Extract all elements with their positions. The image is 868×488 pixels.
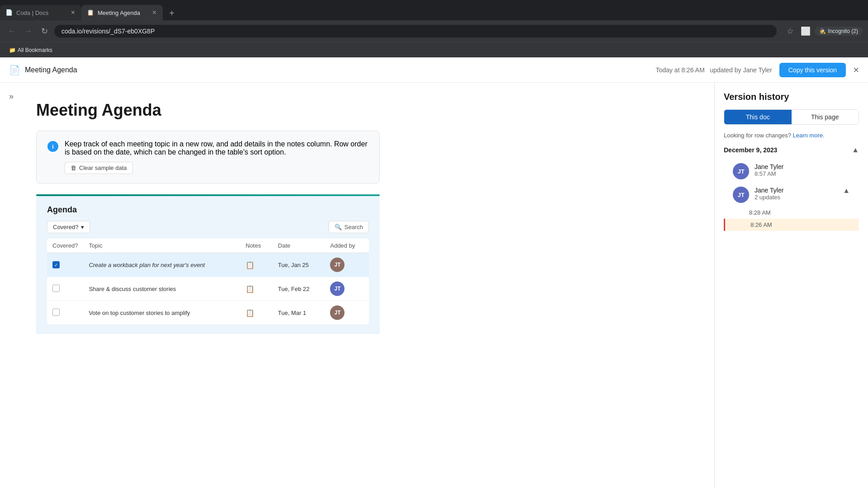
tab1-title: Coda | Docs [16, 9, 66, 16]
copy-version-button[interactable]: Copy this version [779, 63, 846, 77]
notes-cell: 📋 [240, 253, 273, 277]
version-avatar-1: JT [733, 163, 749, 179]
filter-button[interactable]: Covered? ▾ [47, 221, 90, 233]
info-text: Keep track of each meeting topic in a ne… [65, 140, 368, 156]
search-button[interactable]: 🔍 Search [329, 221, 369, 233]
version-avatar-2: JT [733, 187, 749, 203]
tab1-favicon: 📄 [5, 9, 13, 16]
version-title: Version history [724, 92, 859, 102]
sidebar-toggle-icon[interactable]: » [7, 90, 15, 103]
info-box: i Keep track of each meeting topic in a … [36, 131, 380, 183]
main-area: » Meeting Agenda i Keep track of each me… [0, 83, 868, 488]
doc-panel: » Meeting Agenda i Keep track of each me… [0, 83, 714, 488]
version-author-1: Jane Tyler [755, 163, 850, 170]
version-entry-2[interactable]: JT Jane Tyler 2 updates ▲ [724, 183, 859, 206]
col-date: Date [273, 239, 325, 253]
avatar: JT [330, 282, 344, 296]
avatar: JT [330, 305, 344, 320]
split-screen-icon[interactable]: ⬜ [799, 25, 812, 38]
folder-icon: 📁 [9, 47, 16, 53]
table-row[interactable]: ✓ Create a workback plan for next year's… [47, 253, 369, 277]
version-header: Version history This doc This page [715, 83, 868, 132]
new-tab-button[interactable]: + [165, 6, 179, 20]
tab-this-page[interactable]: This page [792, 110, 859, 124]
tab2-favicon: 📋 [87, 9, 94, 16]
version-date-header: December 9, 2023 ▲ [724, 146, 859, 154]
topic-text: Create a workback plan for next year's e… [89, 262, 205, 268]
notes-icon: 📋 [245, 285, 255, 293]
version-tabs: This doc This page [724, 109, 859, 125]
avatar-cell: JT [325, 277, 369, 301]
notes-icon: 📋 [245, 261, 255, 269]
doc-content: Meeting Agenda i Keep track of each meet… [0, 83, 407, 352]
sub-time-1: 8:28 AM [749, 209, 771, 216]
incognito-label: Incognito (2) [828, 28, 858, 34]
filter-label: Covered? [53, 224, 78, 230]
col-notes: Notes [240, 239, 273, 253]
address-input[interactable] [54, 25, 777, 38]
close-icon[interactable]: × [853, 64, 859, 76]
trash-icon: 🗑 [71, 164, 76, 171]
avatar: JT [330, 258, 344, 272]
bookmark-star-icon[interactable]: ☆ [784, 25, 797, 38]
collapse-icon[interactable]: ▲ [852, 146, 859, 154]
version-entry-info-2: Jane Tyler 2 updates [755, 187, 837, 201]
reload-button[interactable]: ↻ [38, 25, 51, 38]
address-bar-row: ← → ↻ ☆ ⬜ 🕵 Incognito (2) [0, 20, 868, 42]
notes-cell: 📋 [240, 277, 273, 301]
checkbox-unchecked[interactable] [52, 309, 60, 316]
version-time-1: 8:57 AM [755, 170, 850, 177]
search-label: Search [344, 224, 363, 230]
version-sub-entry-2[interactable]: 8:26 AM [724, 219, 859, 231]
agenda-section: Agenda Covered? ▾ 🔍 Search [36, 196, 380, 334]
meta-text: Today at 8:26 AM updated by Jane Tyler [656, 66, 772, 74]
topic-cell: Share & discuss customer stories [83, 277, 240, 301]
doc-icon: 📄 [9, 65, 20, 75]
agenda-title: Agenda [47, 205, 369, 215]
topic-cell: Create a workback plan for next year's e… [83, 253, 240, 277]
learn-more-link[interactable]: Learn more. [793, 132, 825, 139]
doc-heading: Meeting Agenda [36, 101, 380, 120]
avatar-cell: JT [325, 301, 369, 325]
avatar-cell: JT [325, 253, 369, 277]
meta-updated: updated by Jane Tyler [710, 66, 772, 74]
table-row[interactable]: Vote on top customer stories to amplify … [47, 301, 369, 325]
checkbox-unchecked[interactable] [52, 285, 60, 292]
tab-coda-docs[interactable]: 📄 Coda | Docs × [0, 5, 81, 20]
incognito-icon: 🕵 [819, 28, 826, 34]
covered-cell [47, 277, 83, 301]
browser-chrome: 📄 Coda | Docs × 📋 Meeting Agenda × + ← →… [0, 0, 868, 57]
version-updates-label: 2 updates [755, 194, 837, 201]
tab-meeting-agenda[interactable]: 📋 Meeting Agenda × [81, 5, 163, 20]
topic-cell: Vote on top customer stories to amplify [83, 301, 240, 325]
notes-cell: 📋 [240, 301, 273, 325]
date-cell: Tue, Feb 22 [273, 277, 325, 301]
filter-chevron-icon: ▾ [81, 224, 84, 230]
tab2-close[interactable]: × [151, 8, 157, 18]
checkbox-checked[interactable]: ✓ [52, 261, 60, 268]
incognito-badge[interactable]: 🕵 Incognito (2) [815, 27, 863, 36]
version-entry-info-1: Jane Tyler 8:57 AM [755, 163, 850, 177]
forward-button[interactable]: → [22, 25, 34, 38]
covered-cell [47, 301, 83, 325]
back-button[interactable]: ← [5, 25, 18, 38]
tab-this-doc[interactable]: This doc [724, 110, 792, 124]
date-label: December 9, 2023 [724, 146, 777, 154]
col-covered: Covered? [47, 239, 83, 253]
date-cell: Tue, Mar 1 [273, 301, 325, 325]
version-info-text: Looking for row changes? Learn more. [715, 132, 868, 139]
version-entry-1[interactable]: JT Jane Tyler 8:57 AM [724, 160, 859, 183]
clear-sample-button[interactable]: 🗑 Clear sample data [65, 162, 133, 174]
tab2-title: Meeting Agenda [98, 9, 148, 16]
covered-cell: ✓ [47, 253, 83, 277]
bookmarks-bar: 📁 All Bookmarks [0, 42, 868, 57]
info-content: Keep track of each meeting topic in a ne… [65, 140, 368, 174]
app-container: 📄 Meeting Agenda Today at 8:26 AM update… [0, 57, 868, 488]
tab1-close[interactable]: × [70, 8, 76, 18]
version-sub-entry-1[interactable]: 8:28 AM [724, 206, 859, 219]
table-row[interactable]: Share & discuss customer stories 📋 Tue, … [47, 277, 369, 301]
search-icon: 🔍 [335, 224, 342, 230]
notes-icon: 📋 [245, 309, 255, 317]
expand-icon[interactable]: ▲ [843, 187, 850, 195]
bookmarks-folder-icon[interactable]: 📁 All Bookmarks [5, 46, 56, 55]
